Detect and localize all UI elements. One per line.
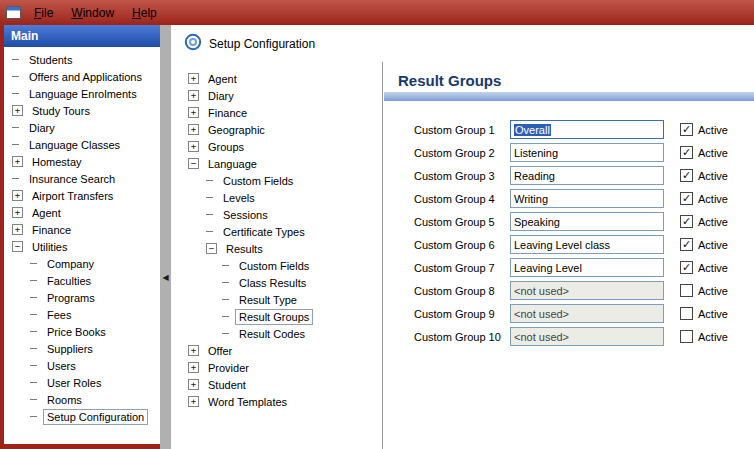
sidebar-item-offers-and-applications[interactable]: Offers and Applications (4, 68, 160, 85)
custom-group-2-active-checkbox[interactable]: ✓ (680, 146, 693, 159)
config-item-certificate-types[interactable]: Certificate Types (180, 223, 382, 240)
sidebar-item-users[interactable]: Users (4, 357, 160, 374)
sidebar-item-language-enrolments[interactable]: Language Enrolments (4, 85, 160, 102)
sidebar-item-faculties[interactable]: Faculties (4, 272, 160, 289)
config-item-student[interactable]: +Student (180, 376, 382, 393)
sidebar-item-utilities[interactable]: −Utilities (4, 238, 160, 255)
menu-bar: FileWindowHelp (0, 0, 754, 25)
custom-group-5-input[interactable]: Speaking (510, 212, 664, 231)
leaf-dash (30, 348, 37, 349)
config-item-sessions[interactable]: Sessions (180, 206, 382, 223)
custom-group-6-input[interactable]: Leaving Level class (510, 235, 664, 254)
expand-icon[interactable]: + (188, 124, 199, 135)
sidebar-item-price-books[interactable]: Price Books (4, 323, 160, 340)
custom-group-1-input[interactable]: Overall (510, 120, 664, 139)
sidebar-item-label: Airport Transfers (29, 189, 116, 203)
config-item-results[interactable]: −Results (180, 240, 382, 257)
custom-group-5-active-checkbox[interactable]: ✓ (680, 215, 693, 228)
active-label: Active (698, 239, 728, 251)
sidebar-item-airport-transfers[interactable]: +Airport Transfers (4, 187, 160, 204)
custom-group-1-active-checkbox[interactable]: ✓ (680, 123, 693, 136)
sidebar-item-label: Company (44, 257, 97, 271)
expand-icon[interactable]: + (188, 396, 199, 407)
expand-icon[interactable]: + (12, 156, 23, 167)
expand-icon[interactable]: + (188, 379, 199, 390)
custom-group-3-input[interactable]: Reading (510, 166, 664, 185)
collapse-icon[interactable]: − (206, 243, 217, 254)
custom-group-9-input[interactable]: <not used> (510, 304, 664, 323)
custom-group-3-active-checkbox[interactable]: ✓ (680, 169, 693, 182)
expand-icon[interactable]: + (188, 90, 199, 101)
custom-group-8-input[interactable]: <not used> (510, 281, 664, 300)
sidebar-item-study-tours[interactable]: +Study Tours (4, 102, 160, 119)
custom-group-10-input[interactable]: <not used> (510, 327, 664, 346)
sidebar-item-diary[interactable]: Diary (4, 119, 160, 136)
expand-icon[interactable]: + (12, 105, 23, 116)
custom-group-6-active-checkbox[interactable]: ✓ (680, 238, 693, 251)
sidebar-item-user-roles[interactable]: User Roles (4, 374, 160, 391)
config-item-finance[interactable]: +Finance (180, 104, 382, 121)
result-groups-panel: Result Groups Custom Group 1Overall✓Acti… (384, 62, 754, 449)
sidebar-item-programs[interactable]: Programs (4, 289, 160, 306)
window-border-bottom (0, 444, 160, 449)
sidebar-item-language-classes[interactable]: Language Classes (4, 136, 160, 153)
config-item-label: Groups (205, 140, 247, 154)
expand-icon[interactable]: + (188, 141, 199, 152)
leaf-dash (30, 331, 37, 332)
expand-icon[interactable]: + (188, 345, 199, 356)
config-item-result-type[interactable]: Result Type (180, 291, 382, 308)
config-item-groups[interactable]: +Groups (180, 138, 382, 155)
config-item-agent[interactable]: +Agent (180, 70, 382, 87)
config-item-custom-fields[interactable]: Custom Fields (180, 172, 382, 189)
app-icon (6, 6, 21, 19)
sidebar-splitter[interactable]: ◀ (160, 25, 171, 449)
config-item-custom-fields[interactable]: Custom Fields (180, 257, 382, 274)
input-value: Listening (514, 147, 558, 159)
menu-file[interactable]: File (25, 3, 62, 23)
config-item-offer[interactable]: +Offer (180, 342, 382, 359)
custom-group-7-active-checkbox[interactable]: ✓ (680, 261, 693, 274)
expand-icon[interactable]: + (12, 207, 23, 218)
custom-group-9-active-checkbox[interactable] (680, 307, 693, 320)
sidebar-item-agent[interactable]: +Agent (4, 204, 160, 221)
custom-group-4-active-checkbox[interactable]: ✓ (680, 192, 693, 205)
config-item-result-codes[interactable]: Result Codes (180, 325, 382, 342)
sidebar-item-students[interactable]: Students (4, 51, 160, 68)
custom-group-8-active-checkbox[interactable] (680, 284, 693, 297)
sidebar-item-finance[interactable]: +Finance (4, 221, 160, 238)
config-item-class-results[interactable]: Class Results (180, 274, 382, 291)
collapse-icon[interactable]: − (12, 241, 23, 252)
collapse-sidebar-button[interactable]: ◀ (160, 273, 171, 282)
config-item-geographic[interactable]: +Geographic (180, 121, 382, 138)
config-item-result-groups[interactable]: Result Groups (180, 308, 382, 325)
sidebar-item-homestay[interactable]: +Homestay (4, 153, 160, 170)
collapse-icon[interactable]: − (188, 158, 199, 169)
custom-group-2-input[interactable]: Listening (510, 143, 664, 162)
sidebar-item-setup-configuration[interactable]: Setup Configuration (4, 408, 160, 425)
leaf-dash (222, 265, 229, 266)
custom-group-10-active-checkbox[interactable] (680, 330, 693, 343)
config-tree: +Agent+Diary+Finance+Geographic+Groups−L… (171, 62, 383, 449)
custom-group-7-input[interactable]: Leaving Level (510, 258, 664, 277)
sidebar-item-fees[interactable]: Fees (4, 306, 160, 323)
menu-window[interactable]: Window (62, 3, 123, 23)
expand-icon[interactable]: + (12, 190, 23, 201)
sidebar-item-suppliers[interactable]: Suppliers (4, 340, 160, 357)
expand-icon[interactable]: + (188, 362, 199, 373)
sidebar-item-rooms[interactable]: Rooms (4, 391, 160, 408)
config-item-provider[interactable]: +Provider (180, 359, 382, 376)
sidebar-item-label: Faculties (44, 274, 94, 288)
setup-configuration-icon (184, 33, 202, 55)
config-item-language[interactable]: −Language (180, 155, 382, 172)
config-item-diary[interactable]: +Diary (180, 87, 382, 104)
config-item-word-templates[interactable]: +Word Templates (180, 393, 382, 410)
config-item-label: Sessions (220, 208, 271, 222)
expand-icon[interactable]: + (12, 224, 23, 235)
sidebar-item-insurance-search[interactable]: Insurance Search (4, 170, 160, 187)
config-item-levels[interactable]: Levels (180, 189, 382, 206)
expand-icon[interactable]: + (188, 107, 199, 118)
sidebar-item-company[interactable]: Company (4, 255, 160, 272)
menu-help[interactable]: Help (123, 3, 166, 23)
custom-group-4-input[interactable]: Writing (510, 189, 664, 208)
expand-icon[interactable]: + (188, 73, 199, 84)
